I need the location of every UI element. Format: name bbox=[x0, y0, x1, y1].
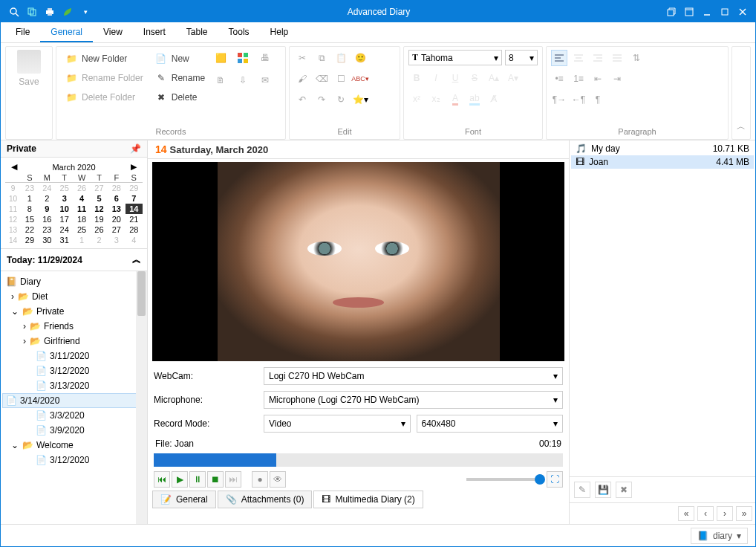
undo-icon[interactable]: ↶ bbox=[294, 91, 310, 108]
calendar-day[interactable]: 2 bbox=[39, 193, 56, 204]
playback-progress[interactable] bbox=[154, 453, 563, 467]
font-color-icon[interactable]: A bbox=[447, 91, 463, 107]
attachment-row[interactable]: 🎞Joan4.41 MB bbox=[571, 155, 754, 169]
category-icon[interactable] bbox=[235, 50, 251, 66]
align-center-icon[interactable] bbox=[570, 50, 587, 66]
rename-folder-button[interactable]: 📁Rename Folder bbox=[61, 69, 148, 87]
menu-help[interactable]: Help bbox=[260, 23, 299, 42]
resolution-select[interactable]: 640x480▾ bbox=[417, 415, 564, 433]
calendar-day[interactable]: 20 bbox=[108, 214, 125, 224]
font-grow-icon[interactable]: A▴ bbox=[486, 70, 502, 86]
play-button[interactable]: ▶ bbox=[172, 471, 188, 488]
tree-entry[interactable]: 📄3/9/2020 bbox=[2, 423, 146, 438]
mode-select[interactable]: Video▾ bbox=[264, 415, 411, 433]
underline-icon[interactable]: U bbox=[447, 70, 463, 86]
paste-icon[interactable]: 📋 bbox=[333, 50, 349, 66]
copy-button[interactable]: ⧉ bbox=[313, 50, 330, 66]
align-justify-icon[interactable] bbox=[609, 50, 625, 66]
skip-back-button[interactable]: ⏮ bbox=[154, 471, 170, 488]
menu-file[interactable]: File bbox=[5, 23, 40, 42]
menu-view[interactable]: View bbox=[93, 23, 133, 42]
line-spacing-icon[interactable]: ⇅ bbox=[628, 50, 645, 66]
calendar-day[interactable]: 22 bbox=[21, 224, 38, 235]
calendar-day[interactable]: 31 bbox=[56, 235, 73, 245]
calendar-day[interactable]: 1 bbox=[73, 235, 90, 245]
close-icon[interactable] bbox=[734, 4, 751, 19]
search-icon[interactable] bbox=[8, 6, 20, 18]
calendar-day[interactable]: 28 bbox=[126, 224, 143, 235]
calendar-day[interactable]: 11 bbox=[73, 204, 90, 214]
calendar-day[interactable]: 24 bbox=[39, 183, 56, 194]
calendar-day[interactable]: 25 bbox=[73, 224, 90, 235]
tree-private[interactable]: ⌄📂Private bbox=[2, 304, 146, 319]
today-label[interactable]: Today: 11/29/2024 bbox=[7, 255, 82, 265]
save-button[interactable]: Save bbox=[10, 50, 48, 87]
calendar-day[interactable]: 26 bbox=[91, 224, 108, 235]
tab-general[interactable]: 📝General bbox=[152, 491, 216, 508]
tab-attachments[interactable]: 📎Attachments (0) bbox=[218, 491, 313, 508]
tree-entry-selected[interactable]: 📄3/14/2020 bbox=[2, 393, 146, 408]
calendar-day[interactable]: 23 bbox=[21, 183, 38, 194]
outdent-icon[interactable]: ⇤ bbox=[590, 71, 606, 87]
calendar-day[interactable]: 27 bbox=[91, 183, 108, 194]
rtl-icon[interactable]: ←¶ bbox=[570, 91, 587, 108]
calendar-day[interactable]: 24 bbox=[56, 224, 73, 235]
highlight-icon[interactable]: ab bbox=[466, 91, 483, 107]
delete-button[interactable]: ✖Delete bbox=[151, 88, 209, 106]
calendar-day[interactable]: 28 bbox=[108, 183, 125, 194]
calendar-day[interactable]: 26 bbox=[73, 183, 90, 194]
webcam-select[interactable]: Logi C270 HD WebCam▾ bbox=[264, 367, 563, 385]
print-button[interactable]: 🖶 bbox=[257, 50, 273, 66]
subscript-icon[interactable]: x₂ bbox=[428, 91, 444, 107]
superscript-icon[interactable]: x² bbox=[408, 91, 425, 107]
favorite-icon[interactable]: ⭐▾ bbox=[352, 91, 368, 108]
stop-button[interactable]: ⏹ bbox=[207, 471, 224, 488]
restore-down-icon[interactable] bbox=[663, 4, 680, 19]
window-icon[interactable] bbox=[681, 4, 697, 19]
cut-icon[interactable]: ✂ bbox=[294, 50, 310, 66]
leaf-icon[interactable] bbox=[62, 6, 74, 18]
calendar-day[interactable]: 30 bbox=[39, 235, 56, 245]
fullscreen-button[interactable]: ⛶ bbox=[547, 471, 563, 488]
nav-next-icon[interactable]: › bbox=[717, 506, 733, 521]
delete-folder-button[interactable]: 📁Delete Folder bbox=[61, 88, 148, 106]
calendar-day[interactable]: 3 bbox=[108, 235, 125, 245]
bullet-list-icon[interactable]: •≡ bbox=[551, 71, 567, 87]
diary-selector[interactable]: 📘diary▾ bbox=[691, 528, 748, 544]
number-list-icon[interactable]: 1≡ bbox=[570, 71, 587, 87]
attachment-row[interactable]: 🎵My day10.71 KB bbox=[571, 142, 754, 155]
maximize-icon[interactable] bbox=[717, 4, 733, 19]
calendar-day[interactable]: 7 bbox=[126, 193, 143, 204]
record-button[interactable]: ● bbox=[252, 471, 268, 488]
calendar-day[interactable]: 3 bbox=[56, 193, 73, 204]
calendar-day[interactable]: 4 bbox=[126, 235, 143, 245]
emoji-icon[interactable]: 🙂 bbox=[352, 50, 368, 66]
menu-table[interactable]: Table bbox=[176, 23, 218, 42]
calendar-day[interactable]: 21 bbox=[126, 214, 143, 224]
font-size-select[interactable]: 8▾ bbox=[505, 50, 538, 65]
ribbon-collapse-icon[interactable]: ︿ bbox=[731, 46, 751, 140]
strike-icon[interactable]: S bbox=[466, 70, 483, 86]
align-left-icon[interactable] bbox=[551, 50, 567, 66]
calendar-day[interactable]: 27 bbox=[108, 224, 125, 235]
calendar-day[interactable]: 29 bbox=[21, 235, 38, 245]
minimize-icon[interactable] bbox=[699, 4, 715, 19]
print-icon[interactable] bbox=[44, 6, 56, 18]
new-folder-button[interactable]: 📁New Folder bbox=[61, 50, 148, 68]
calendar-day[interactable]: 17 bbox=[56, 214, 73, 224]
tree-girlfriend[interactable]: ›📂Girlfriend bbox=[2, 334, 146, 349]
ltr-icon[interactable]: ¶→ bbox=[551, 91, 567, 108]
brush-icon[interactable]: 🖌 bbox=[294, 71, 310, 87]
save-attachment-button[interactable]: 💾 bbox=[595, 482, 611, 498]
calendar-day[interactable]: 10 bbox=[56, 204, 73, 214]
font-name-select[interactable]: 𝐓Tahoma▾ bbox=[408, 50, 502, 65]
cal-prev-icon[interactable]: ◀ bbox=[11, 162, 17, 172]
tree-scrollbar[interactable] bbox=[136, 271, 147, 524]
calendar-day[interactable]: 14 bbox=[126, 204, 143, 214]
calendar-day[interactable]: 5 bbox=[91, 193, 108, 204]
tree-diet[interactable]: ›📂Diet bbox=[2, 289, 146, 304]
repeat-icon[interactable]: ↻ bbox=[333, 91, 349, 108]
clear-format-icon[interactable]: A̸ bbox=[486, 91, 502, 107]
rename-button[interactable]: ✎Rename bbox=[151, 69, 209, 87]
cal-next-icon[interactable]: ▶ bbox=[131, 162, 137, 172]
